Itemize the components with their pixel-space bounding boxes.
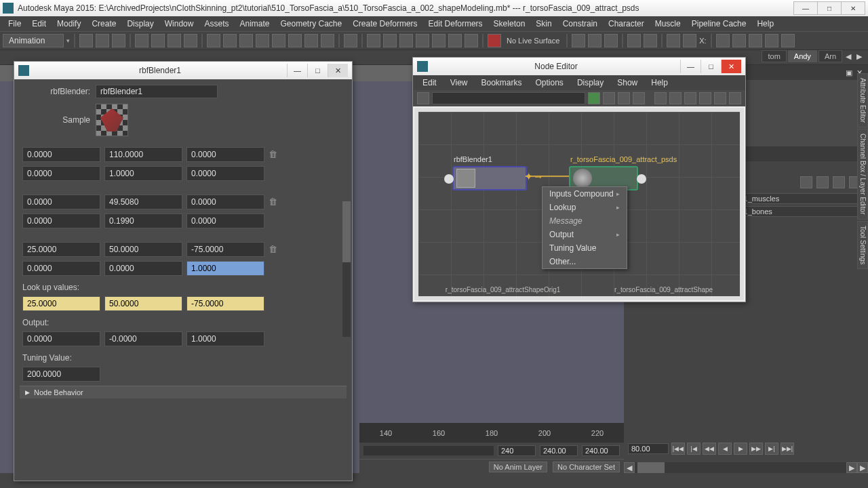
- output-input[interactable]: [186, 331, 264, 346]
- menu-constrain[interactable]: Constrain: [557, 17, 603, 30]
- ne-menu-item[interactable]: Bookmarks: [474, 77, 528, 89]
- shelf-icon[interactable]: [588, 34, 601, 47]
- menu-skeleton[interactable]: Skeleton: [488, 17, 531, 30]
- delete-row-icon[interactable]: 🗑: [269, 149, 279, 160]
- shelf-icon[interactable]: [465, 34, 478, 47]
- play-button[interactable]: ▶: [734, 443, 747, 455]
- scroll-left-arrow[interactable]: ◀: [624, 462, 635, 473]
- rbf-cell-input[interactable]: [22, 261, 100, 276]
- menu-file[interactable]: File: [3, 17, 26, 30]
- menu-display[interactable]: Display: [121, 17, 159, 30]
- dialog-minimize[interactable]: —: [680, 60, 701, 73]
- frame-c[interactable]: [582, 445, 620, 456]
- shelf-icon[interactable]: [184, 34, 197, 47]
- dialog-close[interactable]: ✕: [721, 60, 741, 73]
- shelf-tab[interactable]: Arn: [818, 50, 842, 62]
- magnet-icon[interactable]: [488, 34, 501, 47]
- menu-window[interactable]: Window: [159, 17, 199, 30]
- rbf-cell-input[interactable]: [22, 214, 100, 228]
- ne-tool-icon[interactable]: [618, 92, 630, 104]
- shelf-icon[interactable]: [167, 34, 181, 47]
- shelf-icon[interactable]: [448, 34, 462, 47]
- shelf-icon[interactable]: [683, 34, 696, 47]
- menu-help[interactable]: Help: [751, 17, 779, 30]
- menu-assets[interactable]: Assets: [199, 17, 234, 30]
- shelf-icon[interactable]: [112, 34, 125, 47]
- rbf-cell-input[interactable]: [186, 261, 264, 276]
- dialog-maximize[interactable]: □: [701, 60, 721, 73]
- node-behavior-collapser[interactable]: ▶Node Behavior: [20, 386, 347, 399]
- ne-tool-icon[interactable]: [714, 92, 726, 104]
- lookup-input[interactable]: [186, 296, 264, 311]
- shelf-icon[interactable]: [151, 34, 165, 47]
- lookup-input[interactable]: [22, 296, 100, 311]
- ne-tool-icon[interactable]: [669, 92, 682, 104]
- layer-icon[interactable]: [800, 176, 812, 188]
- side-tab-tool-settings[interactable]: Tool Settings: [857, 221, 868, 269]
- rbf-cell-input[interactable]: [22, 166, 100, 181]
- shelf-icon[interactable]: [732, 34, 746, 47]
- shelf-icon[interactable]: [367, 34, 380, 47]
- ne-tool-icon[interactable]: [654, 92, 667, 104]
- layer-scroll[interactable]: ◀ ▶ ▶: [624, 462, 868, 473]
- menu-create[interactable]: Create: [86, 17, 121, 30]
- menu-skin[interactable]: Skin: [530, 17, 557, 30]
- menu-animate[interactable]: Animate: [234, 17, 275, 30]
- side-tab-attribute-editor[interactable]: Attribute Editor: [857, 73, 868, 127]
- tab-right-arrow[interactable]: ▶: [854, 52, 864, 61]
- ne-tool-icon[interactable]: [684, 92, 696, 104]
- ne-tool-icon[interactable]: [588, 92, 600, 104]
- shelf-icon[interactable]: [96, 34, 109, 47]
- menu-character[interactable]: Character: [603, 17, 650, 30]
- output-input[interactable]: [22, 331, 100, 346]
- side-tab-channel-box[interactable]: Channel Box / Layer Editor: [857, 129, 868, 220]
- rbf-cell-input[interactable]: [22, 242, 100, 257]
- ne-menu-item[interactable]: Edit: [416, 77, 443, 89]
- shelf-icon[interactable]: [344, 34, 357, 47]
- rbf-cell-input[interactable]: [104, 261, 182, 276]
- shelf-icon[interactable]: [239, 34, 253, 47]
- ctx-menu-item[interactable]: Lookup: [542, 201, 627, 214]
- shelf-icon[interactable]: [781, 34, 795, 47]
- ctx-menu-item[interactable]: Message: [542, 214, 627, 228]
- dialog-close[interactable]: ✕: [328, 64, 348, 77]
- sample-swatch[interactable]: [96, 104, 128, 136]
- frame-a[interactable]: [498, 445, 536, 456]
- dialog-maximize[interactable]: □: [307, 64, 328, 77]
- ne-tool-icon[interactable]: [729, 92, 741, 104]
- current-time[interactable]: [628, 443, 669, 454]
- rbf-name-input[interactable]: [96, 85, 218, 98]
- rbf-cell-input[interactable]: [104, 214, 182, 228]
- shelf-icon[interactable]: [304, 34, 318, 47]
- ne-menu-item[interactable]: Show: [610, 77, 644, 89]
- shelf-icon[interactable]: [223, 34, 237, 47]
- tab-left-arrow[interactable]: ◀: [844, 52, 853, 61]
- shelf-icon[interactable]: [321, 34, 334, 47]
- shelf-icon[interactable]: [667, 34, 680, 47]
- output-port[interactable]: [637, 174, 646, 184]
- shelf-icon[interactable]: [207, 34, 220, 47]
- shelf-icon[interactable]: [432, 34, 446, 47]
- play-button[interactable]: ▶|: [765, 443, 778, 455]
- menu-modify[interactable]: Modify: [52, 17, 86, 30]
- lookup-input[interactable]: [104, 296, 182, 311]
- ctx-menu-item[interactable]: Tuning Value: [542, 241, 627, 255]
- dialog-minimize[interactable]: —: [287, 64, 307, 77]
- play-button[interactable]: ◀: [718, 443, 732, 455]
- ctx-menu-item[interactable]: Other...: [542, 255, 627, 268]
- ne-menu-item[interactable]: View: [443, 77, 475, 89]
- shelf-icon[interactable]: [604, 34, 618, 47]
- ne-tool-icon[interactable]: [603, 92, 615, 104]
- frame-b[interactable]: [540, 445, 578, 456]
- shelf-icon[interactable]: [627, 34, 641, 47]
- ne-menu-item[interactable]: Display: [570, 77, 610, 89]
- delete-row-icon[interactable]: 🗑: [269, 244, 279, 255]
- rbf-cell-input[interactable]: [186, 242, 264, 257]
- ne-search-input[interactable]: [432, 92, 585, 104]
- delete-row-icon[interactable]: 🗑: [269, 197, 279, 207]
- shelf-icon[interactable]: [416, 34, 429, 47]
- shelf-icon[interactable]: [765, 34, 778, 47]
- play-button[interactable]: |◀◀: [671, 443, 685, 455]
- ne-tool-icon[interactable]: [699, 92, 711, 104]
- menu-pipeline-cache[interactable]: Pipeline Cache: [686, 17, 752, 30]
